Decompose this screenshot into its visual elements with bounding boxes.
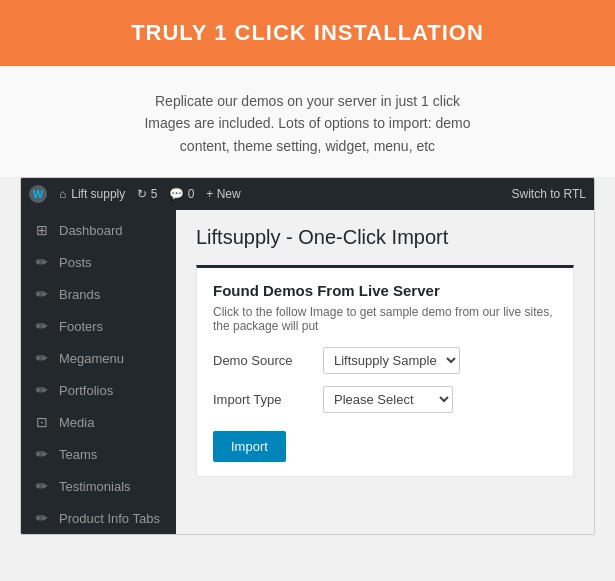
sidebar-item-label: Brands <box>59 287 100 302</box>
sidebar-item-label: Posts <box>59 255 92 270</box>
banner-title: TRULY 1 CLICK INSTALLATION <box>20 20 595 46</box>
sidebar-item-testimonials[interactable]: ✏ Testimonials <box>21 470 176 502</box>
sidebar-item-label: Media <box>59 415 94 430</box>
sidebar-item-label: Testimonials <box>59 479 131 494</box>
sidebar-item-product-info-tabs[interactable]: ✏ Product Info Tabs <box>21 502 176 534</box>
sidebar-item-teams[interactable]: ✏ Teams <box>21 438 176 470</box>
site-name[interactable]: ⌂ Lift supply <box>59 187 125 201</box>
comments-item[interactable]: 💬 0 <box>169 187 194 201</box>
teams-icon: ✏ <box>33 446 51 462</box>
media-icon: ⊡ <box>33 414 51 430</box>
found-demos-subtitle: Click to the follow Image to get sample … <box>213 305 557 333</box>
description-line3: content, theme setting, widget, menu, et… <box>60 135 555 157</box>
found-demos-box: Found Demos From Live Server Click to th… <box>196 265 574 477</box>
found-demos-title: Found Demos From Live Server <box>213 282 557 299</box>
updates-item[interactable]: ↻ 5 <box>137 187 157 201</box>
dashboard-icon: ⊞ <box>33 222 51 238</box>
description-section: Replicate our demos on your server in ju… <box>0 66 615 177</box>
wp-admin-body: ⊞ Dashboard ✏ Posts ✏ Brands ✏ Footers ✏… <box>21 210 594 534</box>
footers-icon: ✏ <box>33 318 51 334</box>
sidebar-item-posts[interactable]: ✏ Posts <box>21 246 176 278</box>
rtl-link[interactable]: Switch to RTL <box>512 187 586 201</box>
sidebar-item-label: Megamenu <box>59 351 124 366</box>
import-type-select[interactable]: Please Select <box>323 386 453 413</box>
site-name-text: Lift supply <box>71 187 125 201</box>
sidebar-item-label: Product Info Tabs <box>59 511 160 526</box>
product-info-tabs-icon: ✏ <box>33 510 51 526</box>
sidebar-item-dashboard[interactable]: ⊞ Dashboard <box>21 214 176 246</box>
import-button[interactable]: Import <box>213 431 286 462</box>
sidebar-item-footers[interactable]: ✏ Footers <box>21 310 176 342</box>
portfolios-icon: ✏ <box>33 382 51 398</box>
sidebar-item-label: Teams <box>59 447 97 462</box>
demo-source-row: Demo Source Liftsupply Sample <box>213 347 557 374</box>
testimonials-icon: ✏ <box>33 478 51 494</box>
posts-icon: ✏ <box>33 254 51 270</box>
wp-logo-icon: W <box>29 185 47 203</box>
home-icon: ⌂ <box>59 187 66 201</box>
sidebar-item-megamenu[interactable]: ✏ Megamenu <box>21 342 176 374</box>
sidebar-item-label: Dashboard <box>59 223 123 238</box>
sidebar-item-brands[interactable]: ✏ Brands <box>21 278 176 310</box>
sidebar-item-portfolios[interactable]: ✏ Portfolios <box>21 374 176 406</box>
wp-admin-mockup: W ⌂ Lift supply ↻ 5 💬 0 + New Switch to … <box>20 177 595 535</box>
description-line1: Replicate our demos on your server in ju… <box>60 90 555 112</box>
megamenu-icon: ✏ <box>33 350 51 366</box>
wp-content: Liftsupply - One-Click Import Found Demo… <box>176 210 594 534</box>
demo-source-label: Demo Source <box>213 353 323 368</box>
top-banner: TRULY 1 CLICK INSTALLATION <box>0 0 615 66</box>
wp-sidebar: ⊞ Dashboard ✏ Posts ✏ Brands ✏ Footers ✏… <box>21 210 176 534</box>
import-type-label: Import Type <box>213 392 323 407</box>
demo-source-select[interactable]: Liftsupply Sample <box>323 347 460 374</box>
description-line2: Images are included. Lots of options to … <box>60 112 555 134</box>
sidebar-item-media[interactable]: ⊡ Media <box>21 406 176 438</box>
sidebar-item-label: Footers <box>59 319 103 334</box>
page-title: Liftsupply - One-Click Import <box>196 226 574 249</box>
import-type-row: Import Type Please Select <box>213 386 557 413</box>
brands-icon: ✏ <box>33 286 51 302</box>
new-item[interactable]: + New <box>206 187 240 201</box>
wp-admin-bar: W ⌂ Lift supply ↻ 5 💬 0 + New Switch to … <box>21 178 594 210</box>
sidebar-item-label: Portfolios <box>59 383 113 398</box>
